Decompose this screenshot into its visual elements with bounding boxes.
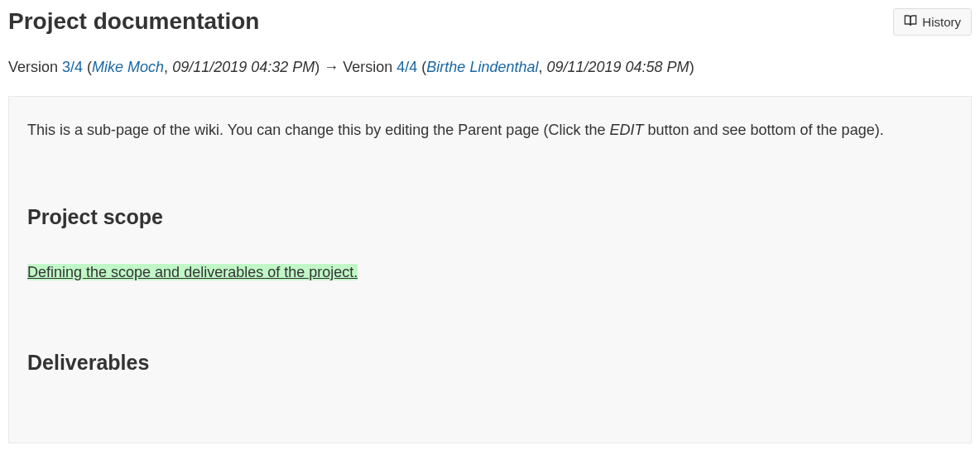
arrow-icon: → xyxy=(319,59,343,75)
history-label: History xyxy=(922,15,961,29)
version-link-2[interactable]: 4/4 xyxy=(396,59,417,75)
diff-added-text: Defining the scope and deliverables of t… xyxy=(27,264,358,280)
intro-edit-word: EDIT xyxy=(609,122,643,138)
intro-part1: This is a sub-page of the wiki. You can … xyxy=(27,122,609,138)
page-title: Project documentation xyxy=(8,8,259,35)
intro-text: This is a sub-page of the wiki. You can … xyxy=(27,122,953,139)
section-heading-scope: Project scope xyxy=(27,205,953,229)
diff-content-box: This is a sub-page of the wiki. You can … xyxy=(8,96,972,443)
book-icon xyxy=(904,14,917,30)
version-comparison-line: Version 3/4 (Mike Moch, 09/11/2019 04:32… xyxy=(8,59,972,76)
section-heading-deliverables: Deliverables xyxy=(27,351,953,375)
history-button[interactable]: History xyxy=(893,8,972,36)
version-link-1[interactable]: 3/4 xyxy=(62,59,83,75)
user-link-1[interactable]: Mike Moch xyxy=(92,59,164,75)
user-link-2[interactable]: Birthe Lindenthal xyxy=(426,59,538,75)
intro-part2: button and see bottom of the page). xyxy=(643,122,883,138)
version-date-1: 09/11/2019 04:32 PM xyxy=(172,59,315,75)
version-prefix-1: Version xyxy=(8,59,62,75)
version-prefix-2: Version xyxy=(343,59,396,75)
version-date-2: 09/11/2019 04:58 PM xyxy=(546,59,689,75)
